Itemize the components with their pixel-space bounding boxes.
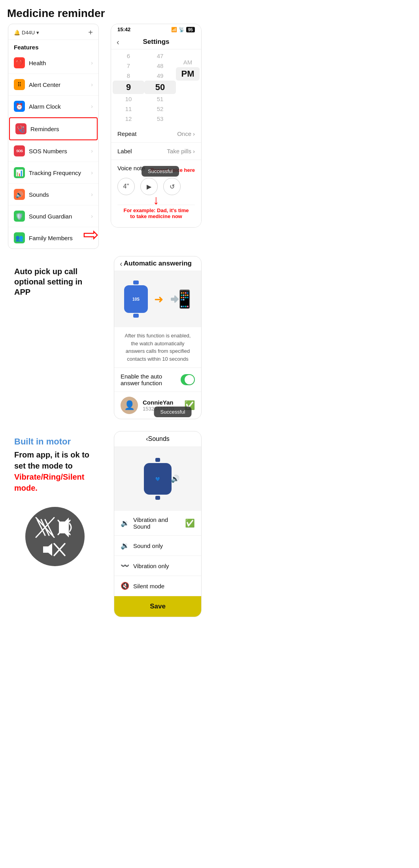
sidebar-label-sound-guardian: Sound Guardian [29,213,72,220]
motor-desc: From app, it is ok to set the mode to Vi… [14,449,96,493]
auto-pickup-title: Auto pick up call optional setting in AP… [7,260,103,299]
ampm-empty-2 [176,54,200,57]
hour-6: 6 [113,51,144,61]
status-icons: 📶 📡 95 [171,27,195,32]
sound-option-silent[interactable]: 🔇 Silent mode [114,576,201,596]
ampm-pm-selected[interactable]: PM [176,67,200,81]
svg-line-0 [37,520,45,535]
back-button[interactable]: ‹ [117,38,119,47]
toggle-switch[interactable] [181,374,195,385]
settings-title: Settings [143,38,169,46]
voice-controls: 4'' ▶ Successful ↺ [117,178,195,195]
repeat-value: Once [177,130,191,137]
sound-only-icon: 🔉 [121,541,129,550]
sound-option-vibration-only[interactable]: 〰️ Vibration only [114,556,201,576]
hour-12: 12 [113,114,144,124]
repeat-label: Repeat [117,130,136,137]
status-bar: 15:42 📶 📡 95 [111,24,201,35]
time-picker[interactable]: 6 7 8 9 10 11 12 47 48 49 50 51 52 [111,49,201,125]
toggle-knob [185,375,194,384]
min-48: 48 [144,61,176,71]
voice-note-area: Voice note Record voice here 4'' ▶ Succe… [111,160,201,227]
time-display: 15:42 [117,26,130,32]
alert-center-icon: ⠿ [14,79,25,90]
settings-screen: 15:42 📶 📡 95 ‹ Settings 6 7 8 [111,24,202,228]
chevron-down-icon: ▾ [36,30,39,36]
label-row[interactable]: Label Take pills › [111,143,201,160]
sidebar-item-sos[interactable]: SOS SOS Numbers › [8,140,98,162]
auto-answer-screen: ‹ Automatic answering 10S ➜ 📲 A [114,256,202,419]
sidebar-panel: 🔔 D44U ▾ + Features ❤️ Health › ⠿ Ale [8,24,99,249]
auto-answer-title: Automatic answering [124,260,192,267]
red-arrow-annotation: ⇨ [83,225,99,244]
svg-line-2 [45,520,53,535]
min-52: 52 [144,104,176,114]
duration-button[interactable]: 4'' [117,178,135,195]
add-button[interactable]: + [88,28,93,37]
signal-icon: 📶 [171,27,177,32]
hour-7: 7 [113,61,144,71]
watch-icon: 10S [124,285,148,313]
save-button[interactable]: Save [114,596,201,617]
min-50-selected[interactable]: 50 [144,81,176,94]
hour-9-selected[interactable]: 9 [113,81,144,94]
sidebar-label-alarm-clock: Alarm Clock [29,103,61,110]
sidebar-item-sounds[interactable]: 🔊 Sounds › [8,184,98,205]
play-button[interactable]: ▶ [140,178,158,195]
sidebar-label-tracking: Tracking Frequency [29,169,81,176]
motor-title: Built in motor [14,437,96,447]
duration-label: 4'' [123,183,129,190]
sidebar-label-sos: SOS Numbers [29,148,67,154]
sound-mode-circle [25,507,85,566]
chevron-icon: › [91,81,93,88]
alarm-clock-icon: ⏰ [14,101,25,112]
vibration-only-icon: 〰️ [121,561,129,570]
device-name: 🔔 D44U ▾ [14,30,39,36]
sidebar-label-health: Health [29,60,46,66]
chevron-icon: › [91,169,93,176]
sound-option-vibration-sound[interactable]: 🔉 Vibration and Sound ✅ [114,511,201,536]
auto-answer-desc: After this function is enabled, the watc… [114,327,201,367]
auto-back-button[interactable]: ‹ [120,259,123,268]
sounds-header: ‹ Sounds [114,431,201,447]
vibration-sound-label: Vibration and Sound [133,516,185,530]
sidebar-item-alarm-clock[interactable]: ⏰ Alarm Clock › [8,96,98,117]
settings-header: ‹ Settings [111,35,201,49]
sidebar-item-tracking[interactable]: 📊 Tracking Frequency › [8,162,98,184]
arrow-right-icon: ➜ [154,293,163,306]
repeat-row[interactable]: Repeat Once › [111,125,201,143]
chevron-icon: › [91,103,93,109]
no-sound-icon [41,542,69,557]
auto-answer-illustration: 10S ➜ 📲 [114,271,201,327]
ampm-empty-5 [176,87,200,90]
phone-ring-icon: 📲 [170,289,191,309]
chevron-icon: › [91,148,93,154]
sidebar-item-health[interactable]: ❤️ Health › [8,52,98,74]
auto-answer-toggle-row[interactable]: Enable the auto answer function [114,367,201,392]
sidebar-item-reminders[interactable]: 🩺 Reminders [9,117,98,140]
voice-note-label: Voice note [117,165,145,171]
sounds-screen: ‹ Sounds 💙 🔊 🔉 Vi [114,431,202,617]
example-annotation: For example: Dad, it's time to take medi… [117,205,195,222]
motor-modes: Vibrate/Ring/Silent mode. [14,473,84,492]
silent-icon: 🔇 [121,582,129,590]
hour-8: 8 [113,71,144,81]
auto-answer-header: ‹ Automatic answering [114,256,201,271]
min-53: 53 [144,114,176,124]
reminders-icon: 🩺 [15,123,26,134]
ampm-empty-1 [176,51,200,54]
contact-row: 👤 ConnieYan 15323410270 ✅ Successful [114,392,201,419]
sos-icon: SOS [14,145,25,156]
sound-option-sound-only[interactable]: 🔉 Sound only [114,536,201,556]
sidebar-item-alert-center[interactable]: ⠿ Alert Center › [8,74,98,96]
wifi-icon: 📡 [179,27,185,32]
sounds-icon: 🔊 [14,189,25,200]
battery-display: 95 [186,27,195,32]
sidebar-label-reminders: Reminders [30,126,59,132]
svg-marker-8 [43,543,52,556]
sound-only-label: Sound only [133,542,163,549]
toggle-label: Enable the auto answer function [121,373,181,386]
sound-guardian-icon: 🛡️ [14,211,25,222]
undo-button[interactable]: ↺ [163,178,181,195]
tracking-icon: 📊 [14,167,25,178]
